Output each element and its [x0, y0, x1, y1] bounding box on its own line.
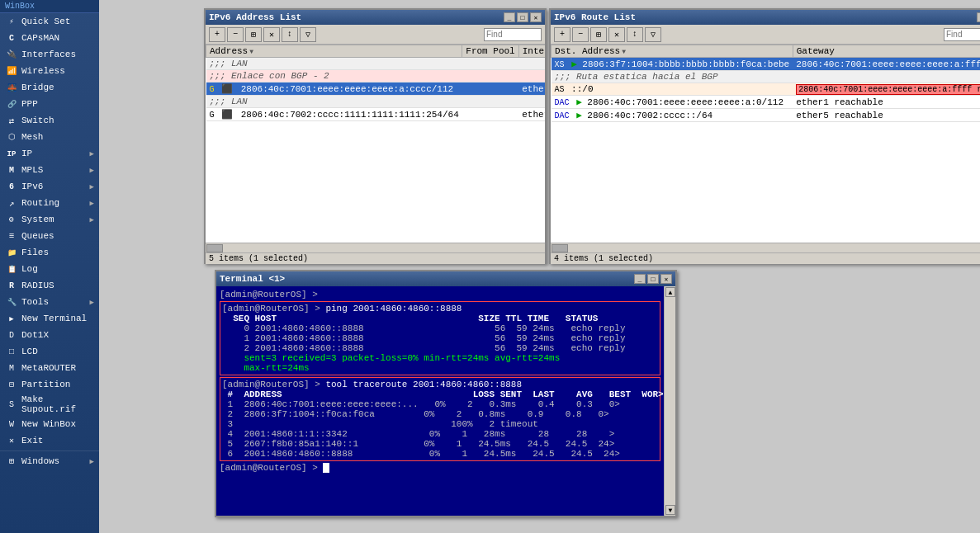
sidebar-item-ip[interactable]: IP ▶ — [0, 145, 99, 162]
sidebar-item-partition[interactable]: Partition — [0, 376, 99, 393]
sidebar-item-routing[interactable]: Routing ▶ — [0, 195, 99, 211]
sidebar-item-queues[interactable]: Queues — [0, 228, 99, 244]
col-header-address: Address — [206, 45, 462, 58]
ipv6-addr-scrollbar-h[interactable] — [206, 243, 545, 252]
sidebar-item-wireless[interactable]: Wireless — [0, 63, 99, 79]
sidebar-label-interfaces: Interfaces — [21, 50, 76, 59]
terminal-scrollbar[interactable]: ▲ ▼ — [664, 286, 675, 516]
table-row-selected[interactable]: XS ▶ 2806:3f7:1004:bbbb:bbbb:bbbb:f0ca:b… — [552, 58, 981, 71]
ipv6-addr-table-container[interactable]: Address From Pool Interface ;;; LAN — [206, 45, 545, 243]
ipv6-icon — [5, 180, 18, 193]
table-row[interactable]: ;;; LAN — [206, 96, 546, 108]
routing-arrow: ▶ — [90, 199, 94, 208]
terminal-maximize[interactable]: □ — [647, 274, 659, 284]
new-terminal-icon — [5, 312, 18, 325]
sidebar-item-quick-set[interactable]: Quick Set — [0, 13, 99, 30]
sidebar-item-files[interactable]: Files — [0, 244, 99, 261]
terminal-tracert-section: [admin@RouterOS] > tool traceroute 2001:… — [220, 377, 660, 461]
table-row[interactable]: G ⬛ 2806:40c:7002:cccc:1111:1111:1111:25… — [206, 108, 546, 121]
sidebar-label-meta-router: MetaROUTER — [21, 363, 76, 373]
table-row[interactable]: ;;; Ruta estatica hacia el BGP — [552, 71, 981, 83]
terminal-body[interactable]: [admin@RouterOS] > [admin@RouterOS] > pi… — [216, 286, 664, 516]
terminal-window: Terminal <1> _ □ ✕ [admin@RouterOS] > [a… — [215, 270, 677, 517]
sidebar-item-tools[interactable]: Tools ▶ — [0, 294, 99, 310]
ipv6-addr-status: 5 items (1 selected) — [206, 252, 545, 264]
ipv6-route-delete-btn[interactable]: ✕ — [608, 27, 625, 42]
ipv6-route-move-btn[interactable]: ↕ — [627, 27, 643, 42]
sidebar-label-ip: IP — [21, 149, 32, 158]
tools-arrow: ▶ — [90, 298, 94, 307]
sidebar-item-lcd[interactable]: LCD — [0, 343, 99, 360]
ipv6-route-filter-btn[interactable]: ▽ — [645, 27, 661, 42]
terminal-minimize[interactable]: _ — [634, 274, 646, 284]
sidebar-item-meta-router[interactable]: MetaROUTER — [0, 360, 99, 376]
terminal-close[interactable]: ✕ — [660, 274, 672, 284]
ipv6-route-table-container[interactable]: Dst. Address Gateway XS ▶ 2806:3f7:1004:… — [551, 45, 980, 243]
sidebar-item-ppp[interactable]: PPP — [0, 96, 99, 112]
terminal-ping-section: [admin@RouterOS] > ping 2001:4860:4860::… — [220, 301, 660, 375]
main-area: IPv6 Address List _ □ ✕ + − ⊞ ✕ ↕ ▽ Addr… — [99, 0, 980, 533]
sidebar-item-radius[interactable]: RADIUS — [0, 277, 99, 294]
ipv6-addr-titlebar: IPv6 Address List _ □ ✕ — [206, 10, 545, 25]
sidebar-item-new-winbox[interactable]: New WinBox — [0, 416, 99, 432]
terminal-tracert-row-4: 5 2607:f8b0:85a1:140::1 0% 1 24.5ms 24.5… — [222, 439, 658, 449]
table-row[interactable]: ;;; Enlace con BGP - 2 — [206, 70, 546, 83]
dot1x-icon — [5, 328, 18, 342]
windows-icon — [5, 455, 18, 468]
ipv6-addr-remove-btn[interactable]: − — [227, 27, 244, 42]
ipv6-route-copy-btn[interactable]: ⊞ — [590, 27, 607, 42]
table-row[interactable]: DAC ▶ 2806:40c:7002:cccc::/64 ether5 rea… — [552, 109, 981, 122]
table-row[interactable]: DAC ▶ 2806:40c:7001:eeee:eeee:eeee:a:0/1… — [552, 96, 981, 109]
sidebar-label-files: Files — [21, 248, 49, 257]
quickset-icon — [5, 15, 18, 28]
queues-icon — [5, 229, 18, 243]
sidebar-label-partition: Partition — [21, 380, 70, 389]
ipv6-route-list-window: IPv6 Route List _ □ ✕ + − ⊞ ✕ ↕ ▽ ▼ Dst — [549, 8, 980, 264]
ipv6-addr-filter-btn[interactable]: ▽ — [300, 27, 316, 42]
sidebar-item-windows[interactable]: Windows ▶ — [0, 453, 99, 469]
table-row[interactable]: ;;; LAN — [206, 58, 546, 70]
ipv6-addr-maximize[interactable]: □ — [517, 12, 528, 22]
sidebar-item-ipv6[interactable]: IPv6 ▶ — [0, 178, 99, 195]
sidebar-item-new-terminal[interactable]: New Terminal — [0, 310, 99, 327]
ipv6-addr-title: IPv6 Address List — [209, 12, 301, 22]
wireless-icon — [5, 64, 18, 78]
sidebar-item-dot1x[interactable]: Dot1X — [0, 327, 99, 343]
ipv6-addr-add-btn[interactable]: + — [209, 27, 225, 42]
sidebar-item-mesh[interactable]: Mesh — [0, 129, 99, 145]
scrollbar-down[interactable]: ▼ — [665, 505, 675, 515]
sidebar-item-capsman[interactable]: CAPsMAN — [0, 30, 99, 46]
table-row[interactable]: AS ::/0 2806:40c:7001:eeee:eeee:eeee:a:f… — [552, 83, 981, 96]
ipv6-route-minimize[interactable]: _ — [977, 12, 980, 22]
ipv6-addr-copy-btn[interactable]: ⊞ — [245, 27, 262, 42]
sidebar-label-tools: Tools — [21, 297, 49, 307]
windows-arrow: ▶ — [90, 457, 94, 466]
sidebar-item-mpls[interactable]: MPLS ▶ — [0, 162, 99, 178]
sidebar-item-log[interactable]: Log — [0, 261, 99, 277]
ipv6-route-remove-btn[interactable]: − — [572, 27, 589, 42]
system-icon — [5, 213, 18, 226]
ipv6-route-scrollbar-h[interactable] — [551, 243, 980, 252]
new-winbox-icon — [5, 417, 18, 431]
ipv6-route-find-input[interactable] — [944, 28, 980, 41]
ipv6-addr-close[interactable]: ✕ — [530, 12, 542, 22]
radius-icon — [5, 279, 18, 292]
sidebar-item-system[interactable]: System ▶ — [0, 211, 99, 228]
sidebar-label-exit: Exit — [21, 436, 43, 446]
terminal-final-prompt[interactable]: [admin@RouterOS] > — [220, 463, 660, 473]
ipv6-addr-delete-btn[interactable]: ✕ — [263, 27, 280, 42]
ipv6-addr-find-input[interactable] — [484, 28, 542, 41]
sidebar-item-bridge[interactable]: Bridge — [0, 79, 99, 96]
table-row-selected[interactable]: G ⬛ 2806:40c:7001:eeee:eeee:eeee:a:cccc/… — [206, 83, 546, 96]
sidebar-item-make-supout[interactable]: Make Supout.rif — [0, 393, 99, 416]
ipv6-route-add-btn[interactable]: + — [554, 27, 570, 42]
ipv6-addr-move-btn[interactable]: ↕ — [282, 27, 298, 42]
ipv6-route-titlebar: IPv6 Route List _ □ ✕ — [551, 10, 980, 25]
sidebar-item-interfaces[interactable]: Interfaces — [0, 46, 99, 63]
sidebar-label-capsman: CAPsMAN — [21, 33, 59, 43]
sidebar-label-ppp: PPP — [21, 99, 38, 109]
scrollbar-up[interactable]: ▲ — [665, 287, 675, 297]
sidebar-item-switch[interactable]: Switch — [0, 112, 99, 129]
sidebar-item-exit[interactable]: Exit — [0, 432, 99, 449]
ipv6-addr-minimize[interactable]: _ — [504, 12, 515, 22]
